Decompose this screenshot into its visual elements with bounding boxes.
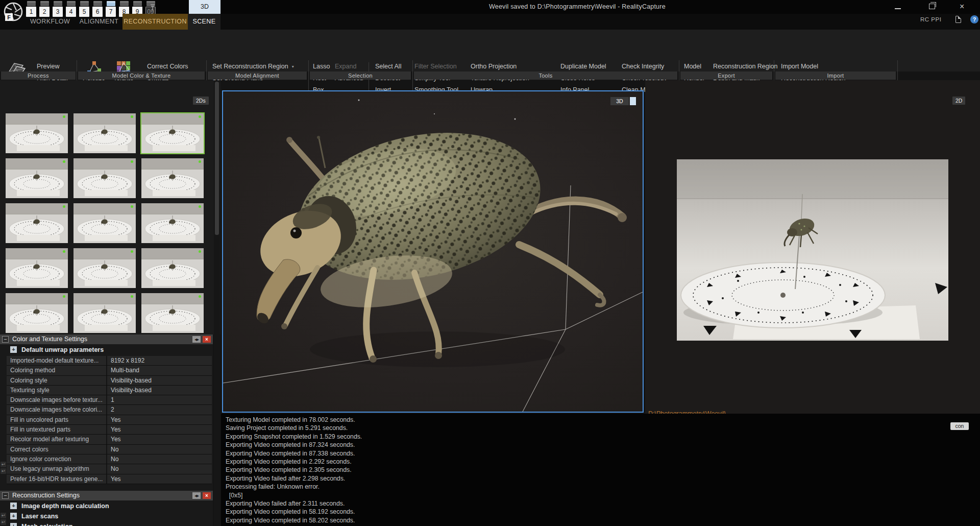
console-log[interactable]: Texturing Model completed in 78.002 seco…: [221, 414, 980, 526]
image-thumbnail[interactable]: [74, 248, 136, 288]
ribbon-button[interactable]: Select All: [375, 61, 401, 71]
settings-section[interactable]: + Laser scans: [0, 512, 213, 522]
image-thumbnail[interactable]: [141, 248, 204, 288]
image-thumbnail[interactable]: [141, 158, 204, 198]
setting-value[interactable]: Yes: [107, 425, 212, 434]
revert-icon[interactable]: ↩: [1, 462, 6, 467]
restore-icon[interactable]: [929, 4, 935, 9]
view-badge-2d[interactable]: 2D: [952, 97, 965, 105]
settings-row[interactable]: Fill in uncolored parts Yes: [7, 415, 212, 425]
close-icon[interactable]: ×: [960, 1, 964, 12]
image-thumbnail[interactable]: [6, 113, 68, 153]
tab-workflow[interactable]: WORKFLOW: [24, 14, 76, 30]
settings-row[interactable]: Use legacy unwrap algorithm No: [7, 464, 212, 474]
ribbon-button[interactable]: Duplicate Model: [560, 61, 606, 71]
expand-icon[interactable]: +: [10, 513, 17, 519]
image-thumbnail[interactable]: [6, 248, 68, 288]
settings-section[interactable]: + Mesh calculation: [0, 522, 213, 526]
ribbon-button[interactable]: Lasso: [313, 61, 330, 71]
revert-icon[interactable]: ↩: [1, 513, 6, 518]
close-panel-icon[interactable]: ×: [203, 492, 211, 499]
close-panel-icon[interactable]: ×: [203, 336, 211, 343]
section-default-unwrap[interactable]: + Default unwrap parameters: [0, 345, 213, 355]
thumbnail-photo: [6, 248, 68, 288]
setting-value[interactable]: 1: [107, 395, 212, 404]
tab-scene[interactable]: SCENE: [188, 14, 220, 30]
thumbnail-photo: [74, 293, 136, 333]
settings-row[interactable]: Recolor model after texturing Yes: [7, 435, 212, 444]
help-icon[interactable]: ?: [970, 15, 978, 23]
tab-reconstruction[interactable]: RECONSTRUCTION: [122, 14, 188, 30]
settings-row[interactable]: Downscale images before colori... 2: [7, 405, 212, 415]
setting-value[interactable]: Yes: [107, 435, 212, 444]
setting-value[interactable]: Multi-band: [107, 366, 212, 375]
image-thumbnail[interactable]: [74, 203, 136, 243]
pin-icon[interactable]: [150, 4, 156, 12]
settings-section[interactable]: + Image depth map calculation: [0, 501, 213, 512]
color-texture-settings-header[interactable]: − Color and Texture Settings ◀▶ ×: [0, 334, 213, 344]
view-badge-3d[interactable]: 3D: [610, 97, 629, 105]
dock-icon[interactable]: ◀▶: [192, 492, 201, 499]
ribbon-button[interactable]: Preview: [37, 61, 68, 71]
setting-value[interactable]: No: [107, 464, 212, 473]
settings-row[interactable]: Ignore color correction No: [7, 455, 212, 464]
setting-value[interactable]: No: [107, 445, 212, 454]
ribbon-button[interactable]: Check Integrity: [622, 61, 667, 71]
settings-row[interactable]: Prefer 16-bit/HDR textures gene... Yes: [7, 474, 212, 484]
image-thumbnail[interactable]: [141, 113, 204, 153]
setting-value[interactable]: Yes: [107, 415, 212, 424]
ribbon-dropdown-button[interactable]: Set Reconstruction Region▾: [212, 61, 294, 71]
registered-photo-2d[interactable]: [677, 159, 948, 341]
expand-icon[interactable]: +: [10, 523, 17, 526]
app-logo-icon[interactable]: F: [2, 1, 24, 23]
image-thumbnail[interactable]: [74, 293, 136, 333]
settings-row[interactable]: Fill in untextured parts Yes: [7, 425, 212, 435]
viewport-3d[interactable]: 3D: [222, 90, 644, 413]
reconstruction-settings-header[interactable]: − Reconstruction Settings ◀▶ ×: [0, 491, 213, 500]
setting-value[interactable]: 2: [107, 405, 212, 414]
ribbon-button[interactable]: Ortho Projection: [471, 61, 529, 71]
revert-icon[interactable]: ↩: [1, 519, 6, 525]
setting-value[interactable]: Visibility-based: [107, 376, 212, 385]
image-thumbnail[interactable]: [6, 203, 68, 243]
revert-icon[interactable]: ↩: [1, 468, 6, 474]
scrollbar-thumb[interactable]: [215, 82, 219, 235]
ribbon-button[interactable]: Model: [684, 61, 705, 71]
image-thumbnail[interactable]: [141, 293, 204, 333]
setting-value[interactable]: 8192 x 8192: [107, 356, 212, 365]
image-thumbnail[interactable]: [74, 113, 136, 153]
ribbon-button[interactable]: Correct Colors: [147, 61, 188, 71]
ribbon-button[interactable]: Filter Selection: [414, 61, 458, 71]
view-badge-2ds[interactable]: 2Ds: [193, 97, 209, 105]
settings-row[interactable]: Texturing style Visibility-based: [7, 386, 212, 395]
setting-value[interactable]: No: [107, 455, 212, 464]
expand-icon[interactable]: +: [10, 346, 17, 353]
settings-row[interactable]: Coloring style Visibility-based: [7, 376, 212, 386]
settings-row[interactable]: Correct colors No: [7, 445, 212, 455]
ribbon-button[interactable]: Expand: [335, 61, 363, 71]
console-badge[interactable]: con: [950, 422, 969, 430]
setting-value[interactable]: Visibility-based: [107, 386, 212, 395]
dock-icon[interactable]: ◀▶: [192, 336, 201, 343]
registered-status-dot: [131, 160, 133, 163]
collapse-icon[interactable]: −: [2, 492, 9, 499]
image-thumbnail[interactable]: [74, 158, 136, 198]
settings-row[interactable]: Downscale images before textur... 1: [7, 395, 212, 405]
settings-row[interactable]: Imported-model default texture... 8192 x…: [7, 356, 212, 366]
expand-icon[interactable]: +: [10, 503, 17, 509]
setting-label: Fill in uncolored parts: [7, 415, 107, 424]
ribbon-button[interactable]: Reconstruction Region: [713, 61, 777, 71]
image-thumbnail[interactable]: [141, 203, 204, 243]
minimize-icon[interactable]: [895, 8, 901, 9]
image-thumbnail[interactable]: [6, 293, 68, 333]
document-icon[interactable]: [955, 16, 961, 23]
setting-value[interactable]: Yes: [107, 474, 212, 484]
image-thumbnail[interactable]: [6, 158, 68, 198]
context-tab-label-3d[interactable]: 3D: [189, 0, 220, 14]
collapse-icon[interactable]: −: [2, 336, 9, 343]
tab-alignment[interactable]: ALIGNMENT: [77, 14, 121, 30]
view-badge-accent[interactable]: [630, 97, 636, 105]
settings-row[interactable]: Coloring method Multi-band: [7, 366, 212, 375]
ribbon-button[interactable]: Import Model: [781, 61, 845, 71]
console-line: Exporting Video completed in 2.305 secon…: [226, 466, 980, 474]
